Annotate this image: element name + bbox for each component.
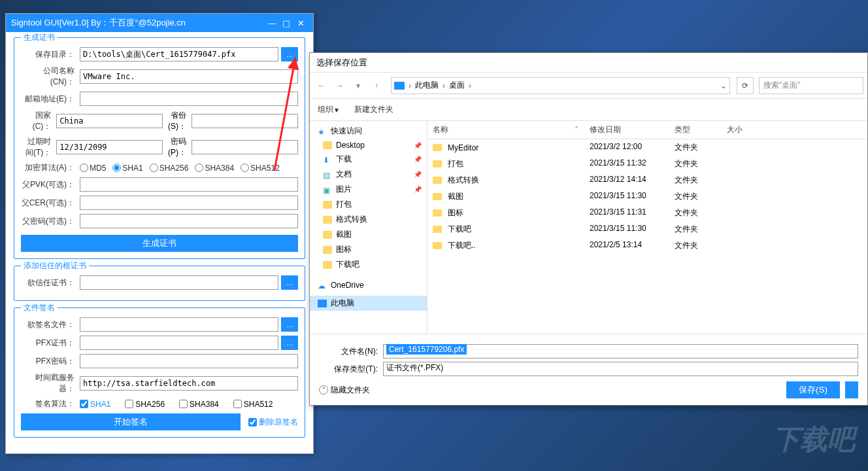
label-filetype: 保存类型(T): — [319, 364, 378, 375]
input-sign-file[interactable] — [80, 317, 278, 332]
breadcrumb-pc[interactable]: 此电脑 — [415, 80, 439, 91]
radio-sha256[interactable]: SHA256 — [150, 164, 189, 173]
label-pfx: PFX证书： — [21, 338, 77, 349]
input-parent-cer[interactable] — [80, 196, 298, 210]
sidebar-item-jietu[interactable]: 截图 — [310, 227, 427, 242]
file-row[interactable]: 下载吧2021/3/15 11:30文件夹 — [427, 221, 867, 237]
save-toolbar: 组织 ▾ 新建文件夹 — [310, 99, 867, 121]
select-filetype[interactable]: 证书文件(*.PFX) — [383, 362, 858, 376]
folder-icon — [323, 216, 332, 224]
hide-folders-toggle[interactable]: ˅隐藏文件夹 — [319, 385, 370, 396]
sidebar-onedrive[interactable]: ☁OneDrive — [310, 279, 427, 292]
label-expire: 过期时间(T)： — [21, 136, 54, 158]
nav-forward-icon[interactable]: → — [332, 78, 348, 94]
maximize-button[interactable]: ▢ — [279, 16, 293, 29]
input-parent-pwd[interactable] — [80, 214, 298, 228]
pin-icon: 📌 — [414, 156, 422, 163]
label-timestamp: 时间戳服务器： — [21, 372, 77, 394]
input-parent-pvk[interactable] — [80, 177, 298, 192]
label-filename: 文件名(N): — [319, 346, 378, 357]
input-expire[interactable] — [56, 140, 163, 154]
file-row[interactable]: MyEditor2021/3/2 12:00文件夹 — [427, 139, 867, 156]
input-password[interactable] — [192, 140, 298, 154]
breadcrumb-dropdown-icon[interactable]: ⌄ — [720, 81, 727, 90]
sidebar-this-pc[interactable]: 此电脑 — [310, 296, 427, 311]
col-size[interactable]: 大小 — [722, 121, 774, 139]
checkbox-delete-old[interactable]: 删除原签名 — [248, 417, 298, 428]
file-row[interactable]: 打包2021/3/15 11:32文件夹 — [427, 156, 867, 172]
new-folder-button[interactable]: 新建文件夹 — [354, 104, 393, 115]
label-sign-file: 欲签名文件： — [21, 319, 77, 330]
nav-back-icon[interactable]: ← — [314, 78, 329, 94]
folder-icon — [433, 193, 442, 200]
file-list-header: 名称 ˄ 修改日期 类型 大小 — [427, 121, 867, 139]
input-email[interactable] — [80, 92, 298, 106]
radio-md5[interactable]: MD5 — [80, 164, 106, 173]
start-sign-button[interactable]: 开始签名 — [21, 413, 241, 430]
label-parent-cer: 父CER(可选)： — [21, 198, 77, 209]
sidebar-item-pictures[interactable]: ▣图片📌 — [310, 182, 427, 197]
file-row[interactable]: 截图2021/3/15 11:30文件夹 — [427, 188, 867, 205]
label-pfx-pwd: PFX密码： — [21, 356, 77, 367]
sidebar-item-tubiao[interactable]: 图标 — [310, 242, 427, 257]
cloud-icon: ☁ — [318, 281, 327, 289]
minimize-button[interactable]: — — [265, 16, 279, 29]
checkbox-sha384[interactable]: SHA384 — [179, 400, 219, 409]
organize-button[interactable]: 组织 ▾ — [318, 104, 339, 115]
radio-sha384[interactable]: SHA384 — [195, 164, 234, 173]
label-save-dir: 保存目录： — [21, 49, 77, 60]
refresh-button[interactable]: ⟳ — [737, 77, 754, 94]
file-row[interactable]: 格式转换2021/3/12 14:14文件夹 — [427, 172, 867, 188]
breadcrumb[interactable]: › 此电脑 › 桌面 › ⌄ — [391, 77, 730, 94]
col-date[interactable]: 修改日期 — [584, 121, 669, 139]
label-email: 邮箱地址(E)： — [21, 94, 77, 105]
sidebar-item-desktop[interactable]: Desktop📌 — [310, 139, 427, 152]
close-button[interactable]: ✕ — [293, 16, 308, 29]
input-timestamp[interactable] — [80, 376, 298, 391]
sidebar-item-dabao[interactable]: 打包 — [310, 197, 427, 212]
input-trust-cert[interactable] — [80, 275, 278, 290]
picture-icon: ▣ — [323, 186, 332, 194]
input-pfx[interactable] — [80, 336, 278, 350]
save-dialog: 选择保存位置 ← → ▾ ↑ › 此电脑 › 桌面 › ⌄ ⟳ 搜索"桌面" 组… — [309, 52, 868, 406]
input-pfx-pwd[interactable] — [80, 354, 298, 368]
sidebar-item-downloads[interactable]: ⬇下载📌 — [310, 152, 427, 167]
nav-recent-icon[interactable]: ▾ — [350, 78, 366, 94]
document-icon: ▤ — [323, 171, 332, 179]
input-country[interactable] — [56, 114, 163, 128]
save-dialog-title: 选择保存位置 — [316, 57, 367, 69]
sidebar-item-xiazaiba[interactable]: 下载吧 — [310, 257, 427, 272]
download-icon: ⬇ — [323, 156, 332, 164]
radio-sha512[interactable]: SHA512 — [241, 164, 280, 173]
generate-cert-button[interactable]: 生成证书 — [21, 235, 298, 252]
sidebar-item-geshi[interactable]: 格式转换 — [310, 212, 427, 227]
checkbox-sha256[interactable]: SHA256 — [125, 400, 165, 409]
file-row[interactable]: 下载吧..2021/2/5 13:14文件夹 — [427, 237, 867, 254]
cancel-button[interactable] — [845, 381, 858, 398]
col-name[interactable]: 名称 ˄ — [427, 121, 584, 139]
checkbox-sha512[interactable]: SHA512 — [233, 400, 273, 409]
input-province[interactable] — [192, 114, 298, 128]
input-save-dir[interactable] — [80, 47, 278, 61]
radio-sha1[interactable]: SHA1 — [112, 164, 142, 173]
col-type[interactable]: 类型 — [669, 121, 722, 139]
search-input[interactable]: 搜索"桌面" — [759, 77, 863, 94]
input-company[interactable] — [80, 69, 298, 84]
save-button[interactable]: 保存(S) — [786, 381, 840, 398]
file-list: 名称 ˄ 修改日期 类型 大小 MyEditor2021/3/2 12:00文件… — [427, 121, 867, 334]
browse-trust-button[interactable]: … — [281, 275, 298, 290]
input-filename[interactable]: Cert_1615779206.pfx — [383, 344, 858, 358]
save-dialog-titlebar[interactable]: 选择保存位置 — [310, 53, 867, 73]
browse-save-dir-button[interactable]: … — [281, 47, 298, 61]
breadcrumb-desktop[interactable]: 桌面 — [449, 80, 465, 91]
signtool-titlebar[interactable]: Signtool GUI[Ver1.0] By：千百度°@52pojie.cn … — [6, 14, 313, 32]
nav-up-icon[interactable]: ↑ — [369, 78, 384, 94]
browse-pfx-button[interactable]: … — [281, 336, 298, 350]
file-row[interactable]: 图标2021/3/15 11:31文件夹 — [427, 205, 867, 221]
folder-icon — [433, 209, 442, 217]
sidebar-quick-access[interactable]: ★快速访问 — [310, 124, 427, 139]
checkbox-sha1[interactable]: SHA1 — [80, 400, 110, 409]
browse-sign-file-button[interactable]: … — [281, 317, 298, 332]
pin-icon: 📌 — [414, 142, 422, 149]
sidebar-item-documents[interactable]: ▤文档📌 — [310, 167, 427, 182]
